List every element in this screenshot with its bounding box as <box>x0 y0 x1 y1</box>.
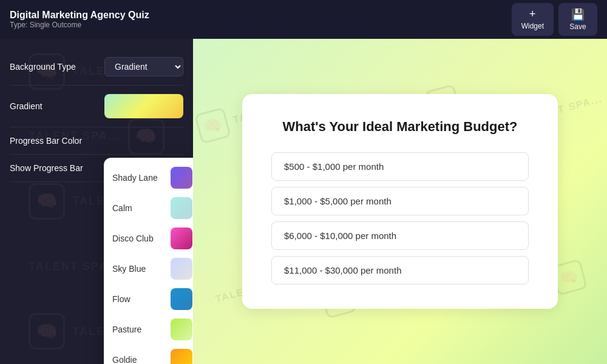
dropdown-item[interactable]: Calm <box>104 193 193 223</box>
save-icon: 💾 <box>571 8 585 21</box>
gradient-name: Flow <box>112 294 131 304</box>
color-swatch <box>171 349 192 364</box>
dropdown-item[interactable]: Goldie <box>104 345 193 364</box>
progress-bar-color-row: Progress Bar Color <box>10 127 183 155</box>
background-type-select[interactable]: Gradient None Solid Image <box>104 57 183 76</box>
app-title: Digital Marketing Agency Quiz <box>10 10 149 21</box>
dropdown-item[interactable]: Disco Club <box>104 223 193 254</box>
background-type-row: Background Type Gradient None Solid Imag… <box>10 49 183 86</box>
quiz-option[interactable]: $11,000 - $30,000 per month <box>271 256 529 285</box>
dropdown-item[interactable]: Pasture <box>104 314 193 345</box>
color-swatch <box>171 318 192 340</box>
quiz-options: $500 - $1,000 per month$1,000 - $5,000 p… <box>271 152 529 285</box>
header-actions: + Widget 💾 Save <box>512 3 597 36</box>
quiz-option[interactable]: $1,000 - $5,000 per month <box>271 187 529 215</box>
quiz-option[interactable]: $500 - $1,000 per month <box>271 152 529 181</box>
quiz-option[interactable]: $6,000 - $10,000 per month <box>271 221 529 250</box>
quiz-card: What's Your Ideal Marketing Budget? $500… <box>242 94 558 309</box>
color-swatch <box>171 228 192 249</box>
show-progress-bar-label: Show Progress Bar <box>10 163 83 173</box>
quiz-question: What's Your Ideal Marketing Budget? <box>271 118 529 136</box>
gradient-name: Pasture <box>112 325 141 334</box>
save-label: Save <box>569 22 586 31</box>
widget-button[interactable]: + Widget <box>512 3 554 36</box>
gradient-row: Gradient <box>10 86 183 127</box>
dropdown-item[interactable]: Shady Lane <box>104 163 193 193</box>
plus-icon: + <box>529 8 536 21</box>
gradient-name: Shady Lane <box>112 173 158 183</box>
color-swatch <box>171 197 192 219</box>
gradient-name: Calm <box>112 203 132 213</box>
widget-label: Widget <box>521 22 544 30</box>
gradient-name: Disco Club <box>112 234 154 243</box>
color-swatch <box>171 288 192 310</box>
sidebar-controls: Background Type Gradient None Solid Imag… <box>10 49 183 182</box>
background-type-label: Background Type <box>10 62 76 72</box>
gradient-dropdown[interactable]: Shady LaneCalmDisco ClubSky BlueFlowPast… <box>104 158 193 364</box>
sidebar: 🧠TALENT SPA... TALENT SPA...🧠 🧠TALENT SP… <box>0 39 193 364</box>
save-button[interactable]: 💾 Save <box>558 3 597 36</box>
dropdown-item[interactable]: Flow <box>104 284 193 314</box>
color-swatch <box>171 258 192 280</box>
gradient-name: Goldie <box>112 355 137 364</box>
gradient-label: Gradient <box>10 101 42 111</box>
color-swatch <box>171 167 192 189</box>
preview-area: 🧠TALENT SPA... TALENT SPA...🧠 🧠TALENT SP… <box>193 39 607 364</box>
header-title-block: Digital Marketing Agency Quiz Type: Sing… <box>10 10 149 29</box>
gradient-preview[interactable] <box>104 94 183 118</box>
main-layout: 🧠TALENT SPA... TALENT SPA...🧠 🧠TALENT SP… <box>0 39 607 364</box>
app-subtitle: Type: Single Outcome <box>10 21 149 29</box>
dropdown-item[interactable]: Sky Blue <box>104 254 193 284</box>
progress-bar-color-label: Progress Bar Color <box>10 136 82 146</box>
header: Digital Marketing Agency Quiz Type: Sing… <box>0 0 607 39</box>
gradient-name: Sky Blue <box>112 264 146 274</box>
